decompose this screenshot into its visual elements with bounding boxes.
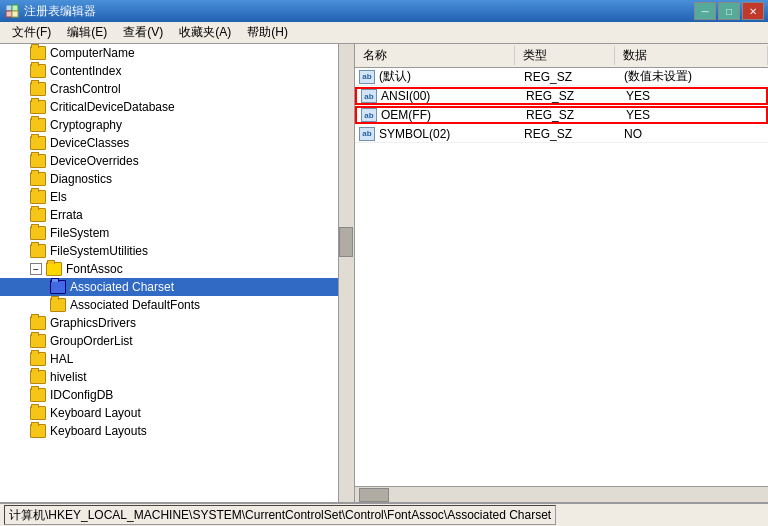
tree-panel[interactable]: ComputerName ContentIndex CrashControl C… (0, 44, 355, 502)
table-row[interactable]: ab OEM(FF) REG_SZ YES (355, 106, 768, 124)
tree-item-criticaldevicedatabase[interactable]: CriticalDeviceDatabase (0, 98, 338, 116)
folder-icon (30, 100, 46, 114)
folder-icon (30, 352, 46, 366)
folder-icon (30, 244, 46, 258)
tree-item-cryptography[interactable]: Cryptography (0, 116, 338, 134)
status-text: 计算机\HKEY_LOCAL_MACHINE\SYSTEM\CurrentCon… (9, 507, 551, 524)
folder-icon (30, 118, 46, 132)
tree-item-fontassoc[interactable]: − FontAssoc (0, 260, 338, 278)
tree-item-filesystem[interactable]: FileSystem (0, 224, 338, 242)
tree-item-deviceclasses[interactable]: DeviceClasses (0, 134, 338, 152)
tree-item-associated-defaultfonts[interactable]: Associated DefaultFonts (0, 296, 338, 314)
tree-scroll-thumb[interactable] (339, 227, 353, 257)
status-panel: 计算机\HKEY_LOCAL_MACHINE\SYSTEM\CurrentCon… (4, 505, 556, 525)
svg-rect-1 (12, 5, 18, 11)
tree-item-crashcontrol[interactable]: CrashControl (0, 80, 338, 98)
cell-type: REG_SZ (524, 127, 624, 141)
table-header: 名称 类型 数据 (355, 44, 768, 68)
right-panel: 名称 类型 数据 ab (默认) REG_SZ (数值未设置) ab ANSI(… (355, 44, 768, 502)
folder-icon (30, 424, 46, 438)
folder-icon (30, 46, 46, 60)
menu-help[interactable]: 帮助(H) (239, 22, 296, 43)
close-button[interactable]: ✕ (742, 2, 764, 20)
window-title: 注册表编辑器 (24, 3, 694, 20)
tree-item-hal[interactable]: HAL (0, 350, 338, 368)
tree-item-grouporderlist[interactable]: GroupOrderList (0, 332, 338, 350)
cell-data: YES (626, 108, 766, 122)
folder-icon (30, 82, 46, 96)
folder-icon-open (46, 262, 62, 276)
cell-name: (默认) (379, 68, 524, 85)
h-scrollbar[interactable] (355, 486, 768, 502)
cell-type: REG_SZ (526, 108, 626, 122)
folder-icon (30, 64, 46, 78)
expand-button[interactable]: − (30, 263, 42, 275)
col-header-name[interactable]: 名称 (355, 46, 515, 65)
table-body: ab (默认) REG_SZ (数值未设置) ab ANSI(00) REG_S… (355, 68, 768, 486)
folder-icon (30, 334, 46, 348)
table-row[interactable]: ab SYMBOL(02) REG_SZ NO (355, 125, 768, 143)
cell-data: (数值未设置) (624, 68, 768, 85)
reg-icon: ab (361, 108, 377, 122)
folder-icon (50, 298, 66, 312)
cell-name: ANSI(00) (381, 89, 526, 103)
table-row[interactable]: ab ANSI(00) REG_SZ YES (355, 87, 768, 105)
title-bar: 注册表编辑器 ─ □ ✕ (0, 0, 768, 22)
folder-icon (30, 316, 46, 330)
h-scroll-thumb[interactable] (359, 488, 389, 502)
table-row[interactable]: ab (默认) REG_SZ (数值未设置) (355, 68, 768, 86)
tree-item-associated-charset[interactable]: Associated Charset (0, 278, 338, 296)
folder-icon (30, 172, 46, 186)
cell-name: SYMBOL(02) (379, 127, 524, 141)
cell-data: NO (624, 127, 768, 141)
reg-icon: ab (359, 127, 375, 141)
app-icon (4, 3, 20, 19)
status-bar: 计算机\HKEY_LOCAL_MACHINE\SYSTEM\CurrentCon… (0, 502, 768, 526)
main-area: ComputerName ContentIndex CrashControl C… (0, 44, 768, 502)
tree-item-idconfigdb[interactable]: IDConfigDB (0, 386, 338, 404)
folder-icon (30, 406, 46, 420)
svg-rect-0 (6, 5, 12, 11)
svg-rect-3 (12, 11, 18, 17)
folder-icon (30, 226, 46, 240)
folder-icon (30, 136, 46, 150)
tree-item-diagnostics[interactable]: Diagnostics (0, 170, 338, 188)
window-controls: ─ □ ✕ (694, 2, 764, 20)
menu-bar: 文件(F) 编辑(E) 查看(V) 收藏夹(A) 帮助(H) (0, 22, 768, 44)
col-header-data[interactable]: 数据 (615, 46, 768, 65)
folder-icon (30, 208, 46, 222)
tree-item-contentindex[interactable]: ContentIndex (0, 62, 338, 80)
tree-scrollbar[interactable] (338, 44, 354, 502)
menu-edit[interactable]: 编辑(E) (59, 22, 115, 43)
reg-icon: ab (361, 89, 377, 103)
tree-item-els[interactable]: Els (0, 188, 338, 206)
cell-name: OEM(FF) (381, 108, 526, 122)
folder-icon (30, 388, 46, 402)
folder-icon-selected (50, 280, 66, 294)
tree-item-computername[interactable]: ComputerName (0, 44, 338, 62)
cell-type: REG_SZ (526, 89, 626, 103)
tree-item-hivelist[interactable]: hivelist (0, 368, 338, 386)
folder-icon (30, 370, 46, 384)
menu-file[interactable]: 文件(F) (4, 22, 59, 43)
cell-data: YES (626, 89, 766, 103)
menu-view[interactable]: 查看(V) (115, 22, 171, 43)
tree-item-deviceoverrides[interactable]: DeviceOverrides (0, 152, 338, 170)
tree-item-filesystemutilities[interactable]: FileSystemUtilities (0, 242, 338, 260)
tree-item-errata[interactable]: Errata (0, 206, 338, 224)
col-header-type[interactable]: 类型 (515, 46, 615, 65)
folder-icon (30, 154, 46, 168)
menu-favorites[interactable]: 收藏夹(A) (171, 22, 239, 43)
reg-icon: ab (359, 70, 375, 84)
cell-type: REG_SZ (524, 70, 624, 84)
folder-icon (30, 190, 46, 204)
tree-item-keyboard-layouts[interactable]: Keyboard Layouts (0, 422, 338, 440)
tree-item-graphicsdrivers[interactable]: GraphicsDrivers (0, 314, 338, 332)
minimize-button[interactable]: ─ (694, 2, 716, 20)
maximize-button[interactable]: □ (718, 2, 740, 20)
svg-rect-2 (6, 11, 12, 17)
tree-item-keyboard-layout[interactable]: Keyboard Layout (0, 404, 338, 422)
